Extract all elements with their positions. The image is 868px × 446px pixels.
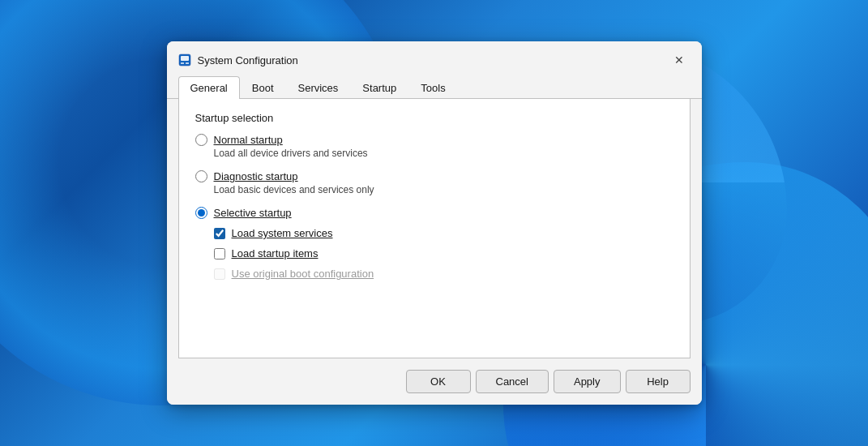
sub-options: Load system services Load startup items … [214,227,673,280]
system-config-dialog: System Configuration ✕ General Boot Serv… [167,41,702,405]
cancel-button[interactable]: Cancel [476,370,549,393]
svg-rect-3 [186,62,189,64]
apply-button[interactable]: Apply [554,370,621,393]
svg-rect-1 [181,56,189,61]
use-original-boot-row: Use original boot configuration [214,268,673,280]
load-startup-items-checkbox[interactable] [214,248,225,259]
diagnostic-startup-desc: Load basic devices and services only [214,184,673,195]
tabs-area: General Boot Services Startup Tools [167,69,702,99]
diagnostic-startup-option: Diagnostic startup Load basic devices an… [195,170,673,195]
dialog-title: System Configuration [198,54,298,66]
tab-tools[interactable]: Tools [408,76,457,99]
help-button[interactable]: Help [626,370,691,393]
normal-startup-label[interactable]: Normal startup [214,134,283,146]
tab-services[interactable]: Services [286,76,351,99]
diagnostic-startup-row: Diagnostic startup [195,170,673,182]
load-system-services-row: Load system services [214,227,673,239]
button-area: OK Cancel Apply Help [167,358,702,405]
load-system-services-label[interactable]: Load system services [232,227,333,239]
section-title: Startup selection [195,112,673,124]
tab-general[interactable]: General [178,76,240,99]
tab-boot[interactable]: Boot [240,76,286,99]
content-area: Startup selection Normal startup Load al… [178,99,691,358]
dialog-overlay: System Configuration ✕ General Boot Serv… [0,0,868,446]
titlebar: System Configuration ✕ [167,41,702,69]
load-system-services-checkbox[interactable] [214,228,225,239]
svg-rect-2 [181,62,184,64]
selective-startup-radio[interactable] [195,207,207,219]
startup-options: Normal startup Load all device drivers a… [195,134,673,280]
close-button[interactable]: ✕ [668,51,691,69]
normal-startup-row: Normal startup [195,134,673,146]
system-config-icon [178,54,191,66]
use-original-boot-label: Use original boot configuration [232,268,374,280]
normal-startup-option: Normal startup Load all device drivers a… [195,134,673,159]
normal-startup-desc: Load all device drivers and services [214,148,673,159]
selective-startup-option: Selective startup Load system services L… [195,207,673,280]
tab-startup[interactable]: Startup [350,76,408,99]
load-startup-items-label[interactable]: Load startup items [232,247,319,259]
selective-startup-row: Selective startup [195,207,673,219]
diagnostic-startup-radio[interactable] [195,170,207,182]
titlebar-left: System Configuration [178,54,298,66]
selective-startup-label[interactable]: Selective startup [214,207,292,219]
ok-button[interactable]: OK [406,370,471,393]
load-startup-items-row: Load startup items [214,247,673,259]
use-original-boot-checkbox [214,268,225,280]
diagnostic-startup-label[interactable]: Diagnostic startup [214,170,298,182]
normal-startup-radio[interactable] [195,134,207,146]
